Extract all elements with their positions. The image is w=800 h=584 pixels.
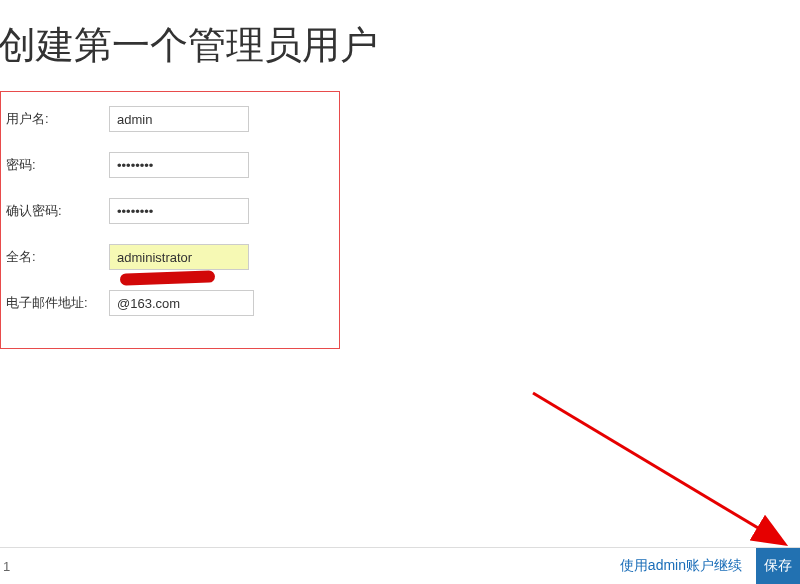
- footer-bar: 1 使用admin账户继续 保存: [0, 548, 800, 584]
- continue-as-admin-link[interactable]: 使用admin账户继续: [606, 549, 756, 583]
- username-row: 用户名:: [1, 96, 339, 142]
- email-row: 电子邮件地址:: [1, 280, 339, 326]
- annotation-arrow-icon: [528, 388, 800, 568]
- email-label: 电子邮件地址:: [4, 294, 109, 312]
- password-row: 密码:: [1, 142, 339, 188]
- email-input[interactable]: [109, 290, 254, 316]
- page-number: 1: [3, 559, 10, 574]
- password-input[interactable]: [109, 152, 249, 178]
- footer-actions: 使用admin账户继续 保存: [606, 548, 800, 584]
- confirm-password-row: 确认密码:: [1, 188, 339, 234]
- fullname-input[interactable]: [109, 244, 249, 270]
- svg-line-1: [533, 393, 783, 543]
- admin-user-form: 用户名: 密码: 确认密码: 全名: 电子邮件地址:: [0, 91, 340, 349]
- confirm-password-input[interactable]: [109, 198, 249, 224]
- fullname-label: 全名:: [4, 248, 109, 266]
- confirm-password-label: 确认密码:: [4, 202, 109, 220]
- password-label: 密码:: [4, 156, 109, 174]
- save-button[interactable]: 保存: [756, 548, 800, 584]
- page-title: 创建第一个管理员用户: [0, 0, 800, 91]
- username-label: 用户名:: [4, 110, 109, 128]
- username-input[interactable]: [109, 106, 249, 132]
